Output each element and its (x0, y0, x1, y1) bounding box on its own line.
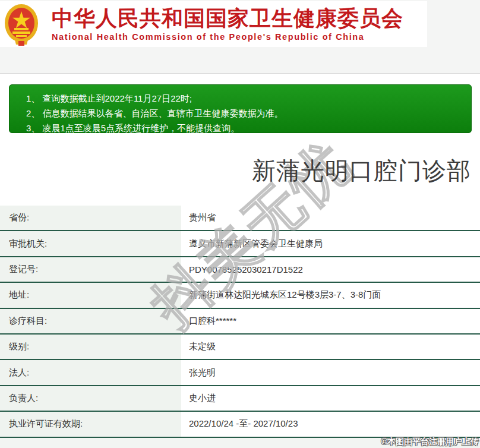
row-value: 口腔科****** (181, 309, 480, 333)
footer-strip (0, 438, 480, 448)
query-result-page: 中华人民共和国国家卫生健康委员会 National Health Commiss… (0, 0, 480, 448)
table-row: 审批机关: 遵义市新蒲新区管委会卫生健康局 (0, 231, 480, 257)
row-label: 级别: (0, 335, 181, 359)
row-label: 执业许可证有效期: (0, 412, 181, 436)
row-value: 贵州省 (181, 206, 480, 230)
notice-line-2: 2、 信息数据结果以各省、自治区、直辖市卫生健康委数据为准。 (26, 106, 465, 121)
china-national-emblem-icon (3, 3, 40, 46)
table-row: 诊疗科目: 口腔科****** (0, 309, 480, 335)
row-value: 新蒲街道林达阳光城东区12号楼3层3-7、3-8门面 (181, 283, 480, 307)
row-label: 地址: (0, 283, 181, 307)
row-label: 登记号: (0, 257, 181, 282)
table-row: 地址: 新蒲街道林达阳光城东区12号楼3层3-7、3-8门面 (0, 283, 480, 308)
table-row: 负责人: 史小进 (0, 386, 480, 412)
notice-line-3: 3、 凌晨1点至凌晨5点系统进行维护，不能提供查询。 (26, 121, 465, 135)
table-row: 级别: 未定级 (0, 335, 480, 360)
table-row: 登记号: PDY00785252030217D1522 (0, 257, 480, 283)
row-label: 审批机关: (0, 231, 181, 255)
notice-box: 1、 查询数据截止到2022年11月27日22时; 2、 信息数据结果以各省、自… (9, 84, 472, 133)
row-label: 诊疗科目: (0, 309, 181, 333)
notice-line-1: 1、 查询数据截止到2022年11月27日22时; (26, 91, 465, 106)
row-value: 张光明 (181, 360, 480, 384)
row-value: PDY00785252030217D1522 (181, 257, 480, 282)
row-value: 史小进 (181, 386, 480, 411)
row-label: 负责人: (0, 386, 181, 411)
institution-name-title: 新蒲光明口腔门诊部 (252, 154, 471, 187)
header-title-en: National Health Commission of the People… (52, 32, 403, 42)
row-label: 法人: (0, 360, 181, 384)
site-header: 中华人民共和国国家卫生健康委员会 National Health Commiss… (0, 1, 427, 47)
header-title-cn: 中华人民共和国国家卫生健康委员会 (52, 7, 403, 30)
row-label: 省份: (0, 206, 181, 230)
header-titles: 中华人民共和国国家卫生健康委员会 National Health Commiss… (52, 7, 403, 42)
table-row: 执业许可证有效期: 2022/10/24 -至- 2027/10/23 (0, 412, 480, 437)
row-value: 未定级 (181, 335, 480, 359)
row-value: 遵义市新蒲新区管委会卫生健康局 (181, 231, 480, 255)
details-table: 省份: 贵州省 审批机关: 遵义市新蒲新区管委会卫生健康局 登记号: PDY00… (0, 206, 480, 438)
table-row: 省份: 贵州省 (0, 206, 480, 231)
row-value: 2022/10/24 -至- 2027/10/23 (181, 412, 480, 436)
table-row: 法人: 张光明 (0, 360, 480, 386)
